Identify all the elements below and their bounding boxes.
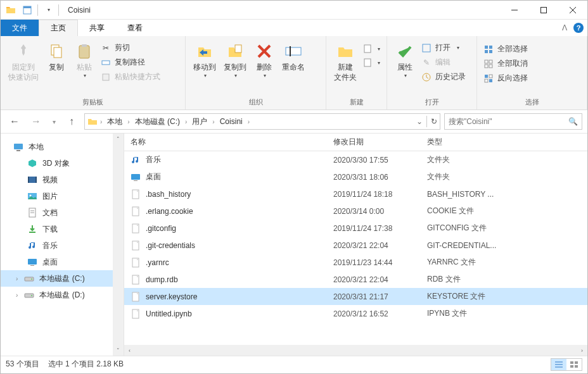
svg-rect-64 [575,361,578,364]
breadcrumb-item[interactable]: 用户 [189,116,210,127]
file-icon [131,258,141,268]
copy-button[interactable]: 复制 [42,39,70,75]
tree-item[interactable]: 音乐 [1,237,124,254]
select-all-button[interactable]: 全部选择 [483,44,528,54]
chevron-right-icon[interactable]: › [246,118,251,125]
scroll-up-icon[interactable]: ˄ [113,134,124,144]
file-date: 2020/3/21 22:04 [327,241,421,250]
chevron-right-icon[interactable]: › [211,118,215,125]
refresh-icon[interactable]: ↻ [431,117,437,126]
open-button[interactable]: 打开▾ [421,42,466,53]
scroll-right-icon[interactable]: › [577,345,587,356]
history-button[interactable]: 历史记录 [421,72,466,82]
cut-button[interactable]: ✂ 剪切 [101,42,160,53]
help-icon[interactable]: ? [573,23,584,33]
paste-button[interactable]: 粘贴 ▾ [70,39,98,82]
svg-rect-32 [489,79,492,82]
download-icon [27,224,37,234]
collapse-ribbon-icon[interactable]: ᐱ [562,23,567,32]
tab-view[interactable]: 查看 [116,20,154,36]
desktop-icon [27,257,37,267]
column-type[interactable]: 类型 [421,134,587,151]
breadcrumb-item[interactable]: 本地 [105,116,125,127]
expand-icon[interactable]: › [16,275,18,282]
horizontal-scrollbar[interactable]: ‹ › [124,345,587,356]
tree-item[interactable]: 本地 [1,139,124,155]
minimize-button[interactable] [500,1,529,20]
file-date: 2019/11/23 14:44 [327,258,421,267]
maximize-button[interactable] [529,1,558,20]
qat-properties-icon[interactable] [20,3,35,18]
details-view-icon[interactable] [551,359,566,370]
copy-path-button[interactable]: 复制路径 [101,57,160,68]
nav-tree[interactable]: 本地3D 对象视频图片文档下载音乐桌面›本地磁盘 (C:)›本地磁盘 (D:)˄… [1,134,124,356]
file-name: .gitconfig [146,224,176,233]
svg-rect-3 [541,7,547,13]
delete-button[interactable]: 删除▾ [250,39,278,82]
file-row[interactable]: .bash_history2019/11/24 18:18BASH_HISTOR… [124,185,587,203]
new-item-button[interactable]: ▾ [362,44,380,54]
qat-dropdown[interactable]: ▾ [41,3,56,18]
file-row[interactable]: 音乐2020/3/30 17:55文件夹 [124,151,587,168]
select-none-button[interactable]: 全部取消 [483,58,528,69]
music-icon [131,155,141,165]
file-row[interactable]: Untitled.ipynb2020/3/12 16:52IPYNB 文件 [124,305,587,322]
scroll-left-icon[interactable]: ‹ [124,345,135,356]
breadcrumb-item[interactable]: 本地磁盘 (C:) [132,116,182,127]
easy-access-button[interactable]: ▾ [362,58,380,68]
scroll-down-icon[interactable]: ˅ [113,345,124,356]
tree-item[interactable]: 下载 [1,221,124,237]
tree-item-label: 音乐 [42,240,58,251]
file-row[interactable]: 桌面2020/3/31 18:06文件夹 [124,168,587,185]
tab-home[interactable]: 主页 [39,20,78,36]
pin-button[interactable]: 固定到 快速访问 [4,39,42,85]
file-row[interactable]: .yarnrc2019/11/23 14:44YARNRC 文件 [124,254,587,271]
tree-item[interactable]: ›本地磁盘 (D:) [1,287,124,303]
tree-item[interactable]: 3D 对象 [1,155,124,171]
file-row[interactable]: .gitconfig2019/11/24 17:38GITCONFIG 文件 [124,220,587,237]
search-input[interactable] [449,117,568,126]
breadcrumb-item[interactable]: Coisini [217,117,245,126]
pin-icon [13,41,34,61]
search-icon[interactable]: 🔍 [568,117,578,126]
edit-button[interactable]: ✎编辑 [421,57,466,68]
rename-button[interactable]: 重命名 [278,39,309,75]
svg-rect-65 [570,365,573,368]
new-folder-button[interactable]: 新建 文件夹 [330,39,360,85]
copy-to-button[interactable]: 复制到▾ [220,39,250,82]
close-button[interactable] [558,1,587,20]
chevron-right-icon[interactable]: › [99,118,103,125]
tree-item[interactable]: ›本地磁盘 (C:) [1,270,124,287]
icons-view-icon[interactable] [566,359,582,370]
move-to-button[interactable]: 移动到▾ [189,39,220,82]
column-name[interactable]: 名称 [124,134,327,151]
column-date[interactable]: 修改日期 [327,134,421,151]
file-row[interactable]: dump.rdb2020/3/21 22:04RDB 文件 [124,271,587,288]
tree-item[interactable]: 文档 [1,204,124,221]
chevron-right-icon[interactable]: › [126,118,131,125]
back-button[interactable]: ← [6,113,23,130]
search-box[interactable]: 🔍 [444,113,582,130]
svg-rect-22 [489,46,492,49]
tree-item[interactable]: 视频 [1,171,124,188]
ribbon-group-label: 打开 [387,96,476,109]
tree-item[interactable]: 图片 [1,188,124,204]
tab-share[interactable]: 共享 [78,20,116,36]
address-dropdown-icon[interactable]: ⌄ [416,117,423,126]
recent-dropdown[interactable]: ▾ [49,113,59,130]
tab-file[interactable]: 文件 [1,20,39,36]
forward-button[interactable]: → [27,113,45,130]
tree-item-label: 文档 [42,208,58,218]
file-row[interactable]: .erlang.cookie2020/3/14 0:00COOKIE 文件 [124,203,587,220]
invert-selection-button[interactable]: 反向选择 [483,73,528,84]
paste-shortcut-button[interactable]: 粘贴快捷方式 [101,72,160,82]
file-row[interactable]: server.keystore2020/3/31 21:17KEYSTORE 文… [124,288,587,305]
vertical-scrollbar[interactable]: ˄˅ [113,134,124,356]
chevron-right-icon[interactable]: › [184,118,188,125]
up-button[interactable]: ↑ [63,113,80,130]
tree-item[interactable]: 桌面 [1,254,124,270]
address-bar[interactable]: › 本地 › 本地磁盘 (C:) › 用户 › Coisini › ⌄ ↻ [84,113,440,130]
properties-button[interactable]: 属性▾ [391,39,419,82]
expand-icon[interactable]: › [16,292,18,299]
file-row[interactable]: .git-credentials2020/3/21 22:04GIT-CREDE… [124,237,587,254]
